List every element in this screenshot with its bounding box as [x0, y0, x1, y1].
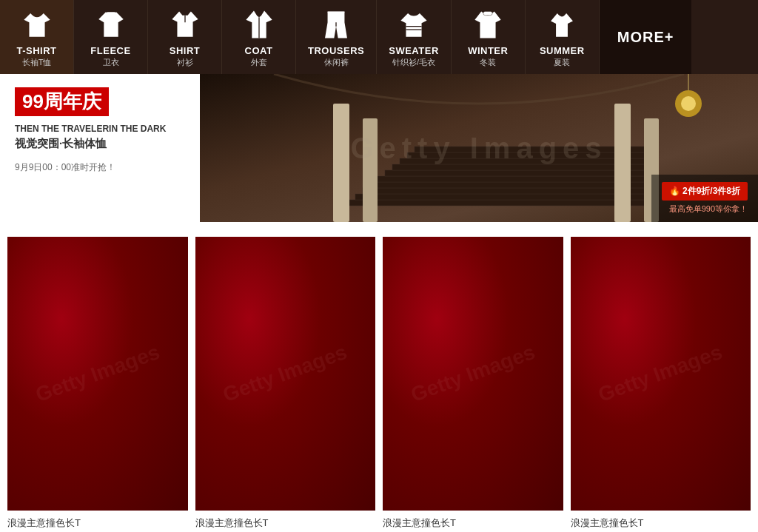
nav-label-en-winter: WINTER	[468, 45, 508, 56]
svg-rect-13	[378, 176, 644, 182]
hero-sub1: THEN THE TRAVELERIN THE DARK	[15, 124, 185, 134]
nav-item-tshirt[interactable]: T-SHIRT 长袖T恤	[0, 0, 74, 74]
coat-icon	[241, 7, 277, 42]
svg-rect-10	[355, 194, 644, 200]
hero-left: 99周年庆 THEN THE TRAVELERIN THE DARK 视觉突围·…	[0, 74, 200, 222]
nav-label-en-sweater: SWEATER	[389, 45, 439, 56]
trousers-icon	[318, 7, 354, 42]
nav-item-sweater[interactable]: SWEATER 针织衫/毛衣	[377, 0, 452, 74]
product-info-3: 浪漫主意撞色长T 聚划算 89 BUY NOW	[571, 511, 751, 532]
summer-icon	[544, 7, 580, 42]
fleece-icon	[93, 7, 129, 42]
nav-label-cn-coat: 外套	[251, 57, 267, 68]
product-image-1: Getty Images	[195, 237, 376, 511]
nav-label-cn-tshirt: 长袖T恤	[22, 57, 52, 68]
winter-icon	[470, 7, 506, 42]
nav-label-cn-winter: 冬装	[480, 57, 496, 68]
svg-rect-14	[385, 170, 644, 176]
product-name-1: 浪漫主意撞色长T	[195, 516, 376, 530]
svg-rect-7	[483, 11, 492, 15]
nav-label-cn-fleece: 卫衣	[103, 57, 119, 68]
nav-bar: T-SHIRT 长袖T恤 FLEECE 卫衣 SHIRT 衬衫	[0, 0, 758, 74]
svg-point-24	[681, 96, 696, 111]
nav-label-en-summer: SUMMER	[540, 45, 585, 56]
svg-rect-9	[348, 200, 644, 206]
product-section: Getty Images 浪漫主意撞色长T 聚划算 89 BUY NOW Get…	[0, 222, 758, 532]
nav-label-en-shirt: SHIRT	[170, 45, 201, 56]
product-card-1[interactable]: Getty Images 浪漫主意撞色长T 聚划算 89 BUY NOW	[195, 237, 376, 532]
hero-promo1: 2件9折/3件8折	[682, 186, 740, 196]
product-info-2: 浪漫主意撞色长T 聚划算 89 BUY NOW	[383, 511, 563, 532]
svg-rect-20	[363, 118, 378, 222]
product-info-0: 浪漫主意撞色长T 聚划算 89 BUY NOW	[7, 511, 188, 532]
svg-rect-19	[333, 104, 349, 222]
product-card-2[interactable]: Getty Images 浪漫主意撞色长T 聚划算 89 BUY NOW	[383, 237, 563, 532]
svg-rect-18	[415, 147, 644, 152]
product-name-3: 浪漫主意撞色长T	[571, 516, 751, 530]
product-card-0[interactable]: Getty Images 浪漫主意撞色长T 聚划算 89 BUY NOW	[7, 237, 188, 532]
hero-section: 99周年庆 THEN THE TRAVELERIN THE DARK 视觉突围·…	[0, 74, 758, 222]
svg-rect-12	[370, 182, 644, 188]
nav-label-en-coat: COAT	[245, 45, 273, 56]
hero-badge: 99周年庆	[15, 87, 109, 116]
product-image-0: Getty Images	[7, 237, 188, 511]
svg-rect-11	[363, 188, 644, 194]
svg-rect-17	[407, 152, 644, 158]
nav-item-coat[interactable]: COAT 外套	[222, 0, 296, 74]
nav-item-summer[interactable]: SUMMER 夏装	[526, 0, 600, 74]
product-info-1: 浪漫主意撞色长T 聚划算 89 BUY NOW	[195, 511, 376, 532]
hero-promo-detail: 最高免单990等你拿！	[669, 203, 748, 215]
product-card-3[interactable]: Getty Images 浪漫主意撞色长T 聚划算 89 BUY NOW	[571, 237, 751, 532]
nav-label-cn-trousers: 休闲裤	[324, 57, 349, 68]
shirt-icon	[167, 7, 203, 42]
hero-image: 🔥 2件9折/3件8折 最高免单990等你拿！ Getty Images	[200, 74, 758, 222]
nav-label-cn-shirt: 衬衫	[177, 57, 193, 68]
svg-rect-21	[614, 104, 631, 222]
nav-label-en-tshirt: T-SHIRT	[16, 45, 56, 56]
sweater-icon	[396, 7, 432, 42]
svg-rect-15	[392, 164, 644, 170]
nav-more-label: MORE+	[617, 29, 674, 46]
nav-item-fleece[interactable]: FLEECE 卫衣	[74, 0, 148, 74]
hero-promo-overlay: 🔥 2件9折/3件8折 最高免单990等你拿！	[651, 175, 758, 222]
nav-item-trousers[interactable]: TROUSERS 休闲裤	[296, 0, 377, 74]
promo-icon: 🔥	[669, 186, 680, 196]
nav-label-cn-summer: 夏装	[554, 57, 570, 68]
nav-more-button[interactable]: MORE+	[600, 0, 692, 74]
nav-label-en-trousers: TROUSERS	[308, 45, 364, 56]
product-image-2: Getty Images	[383, 237, 563, 511]
nav-item-shirt[interactable]: SHIRT 衬衫	[148, 0, 222, 74]
product-grid: Getty Images 浪漫主意撞色长T 聚划算 89 BUY NOW Get…	[0, 229, 758, 532]
nav-label-en-fleece: FLEECE	[90, 45, 130, 56]
hero-date: 9月9日00：00准时开抢！	[15, 161, 185, 174]
tshirt-icon	[19, 7, 55, 42]
hero-promo-badge: 🔥 2件9折/3件8折	[662, 182, 748, 201]
svg-rect-0	[105, 12, 115, 18]
nav-item-winter[interactable]: WINTER 冬装	[452, 0, 526, 74]
product-image-3: Getty Images	[571, 237, 751, 511]
svg-rect-16	[400, 158, 644, 164]
nav-label-cn-sweater: 针织衫/毛衣	[392, 57, 435, 68]
hero-sub2: 视觉突围·长袖体恤	[15, 137, 185, 151]
product-name-2: 浪漫主意撞色长T	[383, 516, 563, 530]
product-name-0: 浪漫主意撞色长T	[7, 516, 188, 530]
